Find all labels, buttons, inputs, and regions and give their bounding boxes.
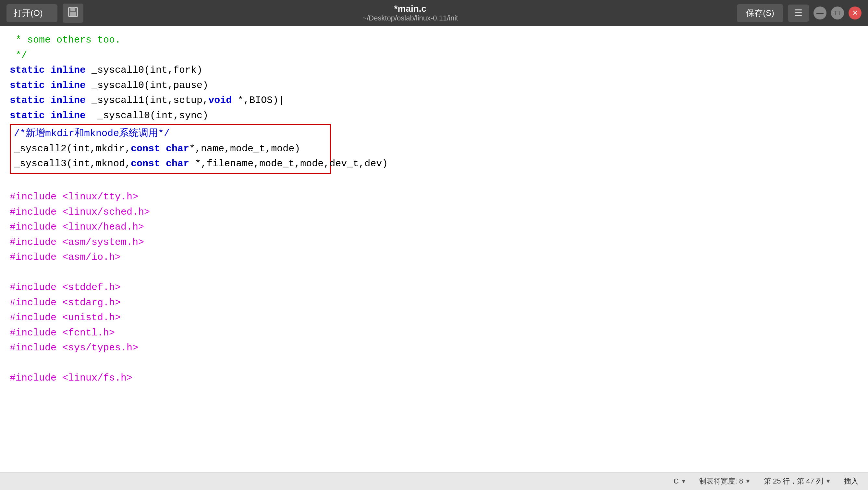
minimize-button[interactable]: — xyxy=(813,6,827,20)
code-line: #include <asm/system.h> xyxy=(10,235,858,250)
blank-line xyxy=(10,265,858,280)
save-file-icon-button[interactable] xyxy=(63,4,83,23)
code-line: _syscall2(int,mkdir,const char*,name,mod… xyxy=(14,141,327,156)
code-line: _syscall3(int,mknod,const char *,filenam… xyxy=(14,156,327,171)
open-label: 打开(O) xyxy=(13,7,43,19)
svg-rect-2 xyxy=(70,12,76,16)
titlebar-right: 保存(S) ☰ — □ ✕ xyxy=(737,4,862,22)
mode-label: 插入 xyxy=(844,477,858,486)
code-line: static inline _syscall1(int,setup,void *… xyxy=(10,93,858,108)
tab-chevron-icon: ▼ xyxy=(745,478,751,485)
tab-width-selector[interactable]: 制表符宽度: 8 ▼ xyxy=(699,477,750,486)
code-line: static inline _syscall0(int,fork) xyxy=(10,63,858,78)
editor-area: * some others too. */ static inline _sys… xyxy=(0,26,868,472)
file-title: *main.c xyxy=(89,4,732,14)
titlebar-center: *main.c ~/Desktop/oslab/linux-0.11/init xyxy=(89,4,732,22)
code-line: #include <stddef.h> xyxy=(10,280,858,295)
chevron-down-icon: ▼ xyxy=(45,10,51,17)
code-line: #include <sys/types.h> xyxy=(10,340,858,355)
file-path: ~/Desktop/oslab/linux-0.11/init xyxy=(89,14,732,22)
save-button[interactable]: 保存(S) xyxy=(737,4,783,22)
highlight-box: /*新增mkdir和mknode系统调用*/ _syscall2(int,mkd… xyxy=(10,124,331,174)
close-button[interactable]: ✕ xyxy=(848,6,862,20)
svg-rect-1 xyxy=(70,7,75,11)
language-chevron-icon: ▼ xyxy=(681,478,687,485)
cursor-position[interactable]: 第 25 行，第 47 列 ▼ xyxy=(764,477,831,486)
language-label: C xyxy=(674,477,679,486)
blank-line xyxy=(10,355,858,371)
input-mode: 插入 xyxy=(844,477,858,486)
code-line: #include <fcntl.h> xyxy=(10,325,858,341)
code-line: static inline _syscall0(int,sync) xyxy=(10,108,858,123)
blank-line xyxy=(10,174,858,190)
language-selector[interactable]: C ▼ xyxy=(674,477,687,486)
code-line: static inline _syscall0(int,pause) xyxy=(10,78,858,93)
open-button[interactable]: 打开(O) ▼ xyxy=(6,4,57,22)
titlebar: 打开(O) ▼ *main.c ~/Desktop/oslab/linux-0.… xyxy=(0,0,868,26)
statusbar: C ▼ 制表符宽度: 8 ▼ 第 25 行，第 47 列 ▼ 插入 xyxy=(0,472,868,490)
code-line: */ xyxy=(10,48,858,63)
code-line: #include <linux/sched.h> xyxy=(10,205,858,220)
code-line: * some others too. xyxy=(10,32,858,48)
code-line: #include <stdarg.h> xyxy=(10,295,858,311)
position-label: 第 25 行，第 47 列 xyxy=(764,477,823,486)
code-line: #include <unistd.h> xyxy=(10,310,858,325)
code-line: #include <linux/tty.h> xyxy=(10,189,858,205)
tab-label: 制表符宽度: 8 xyxy=(699,477,743,486)
menu-button[interactable]: ☰ xyxy=(788,4,809,22)
maximize-button[interactable]: □ xyxy=(831,6,844,20)
code-line: /*新增mkdir和mknode系统调用*/ xyxy=(14,126,327,141)
position-chevron-icon: ▼ xyxy=(825,478,831,485)
code-line: #include <linux/fs.h> xyxy=(10,371,858,386)
code-line: #include <linux/head.h> xyxy=(10,220,858,235)
code-line: #include <asm/io.h> xyxy=(10,250,858,265)
